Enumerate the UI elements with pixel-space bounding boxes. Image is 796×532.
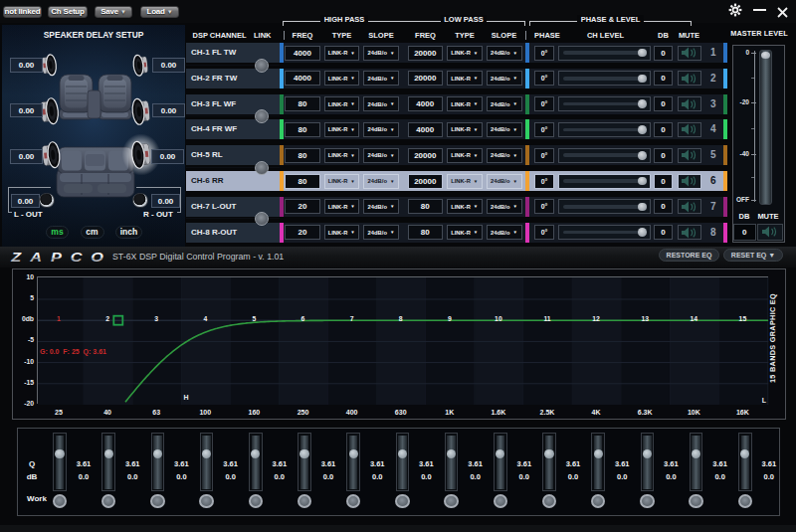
- svg-text:ZAPCO: ZAPCO: [10, 251, 112, 264]
